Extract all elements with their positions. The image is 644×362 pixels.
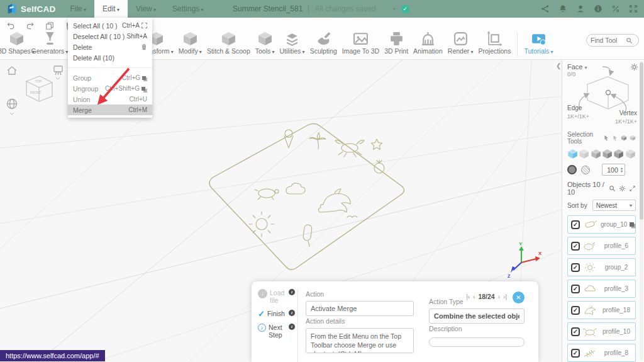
camera-view-icon (54, 66, 62, 75)
tool-render[interactable]: Render (445, 31, 476, 55)
menu-item-group[interactable]: Group Ctrl+G (68, 72, 152, 83)
info-icon[interactable]: i (289, 289, 295, 295)
checkbox-checked[interactable]: ✓ (571, 349, 580, 358)
checkbox-checked[interactable]: ✓ (571, 327, 580, 336)
checkbox-checked[interactable]: ✓ (571, 242, 580, 251)
lasso-select-icon[interactable] (603, 135, 609, 141)
prev-page-icon[interactable]: ‹ (473, 293, 475, 300)
menu-view[interactable]: View (128, 0, 164, 18)
list-item-profile-3[interactable]: ✓ profile_3 (567, 280, 636, 298)
menu-item-delete-all[interactable]: Delete All (10) (68, 52, 152, 63)
list-item-profile-10[interactable]: ✓ profile_10 (567, 322, 636, 341)
edge-label[interactable]: Edge (567, 105, 582, 111)
menu-item-deselect-all[interactable]: Deselect All ( 10 ) Shift+A (68, 31, 152, 42)
checkbox-checked[interactable]: ✓ (571, 285, 580, 293)
settings-gear-icon[interactable] (619, 185, 626, 192)
fullscreen-icon[interactable] (629, 4, 638, 13)
step-next[interactable]: › Next Step i (258, 324, 295, 339)
hatched-circle-icon[interactable] (581, 166, 590, 174)
info-icon[interactable]: i (289, 324, 295, 330)
action-details-label: Action details (306, 317, 414, 325)
axis-gizmo: Y X Z (505, 241, 543, 279)
list-item-profile-18[interactable]: ✓ profile_18 (567, 301, 636, 319)
last-page-icon[interactable]: ›| (503, 293, 507, 300)
tool-sculpting[interactable]: Sculpting (308, 31, 340, 55)
menu-item-union[interactable]: Union Ctrl+U (68, 94, 152, 105)
status-url-tooltip: https://www.selfcad.com/app/# (0, 350, 105, 361)
menu-file[interactable]: File (62, 0, 94, 18)
info-icon[interactable]: i (289, 310, 295, 316)
list-item-profile-6[interactable]: ✓ profile_6 (567, 237, 636, 255)
select-object-mode-icon[interactable] (567, 148, 578, 160)
select-plane-mode-icon[interactable] (625, 148, 636, 160)
find-tool-search[interactable] (586, 34, 639, 47)
opacity-stepper[interactable]: ▴▾ (602, 164, 625, 176)
close-icon[interactable]: ✕ (513, 291, 525, 303)
select-dense-mode-icon[interactable] (591, 148, 601, 160)
percent-snap-icon[interactable] (611, 4, 620, 13)
action-details-textarea[interactable]: From the Edit Menu on the Top Toolbar ch… (306, 328, 414, 353)
share-icon[interactable] (541, 4, 550, 13)
step-load-file[interactable]: Load file i (258, 289, 295, 304)
copy-icon[interactable] (45, 21, 54, 30)
menu-item-merge[interactable]: Merge Ctrl+M (68, 105, 152, 115)
first-page-icon[interactable]: |‹ (466, 293, 470, 300)
document-title: Summer Stencil_581 (233, 4, 303, 13)
group-icon (142, 76, 146, 80)
account-user-icon[interactable] (576, 4, 585, 13)
action-value-input[interactable] (306, 301, 414, 316)
menu-item-select-all[interactable]: Select All ( 10 ) Ctrl+A (68, 20, 152, 31)
panel-scrollbar[interactable] (640, 61, 643, 361)
pointer-select-icon[interactable] (612, 135, 618, 141)
menu-item-ungroup[interactable]: Ungroup Ctrl+Shift+G (68, 83, 152, 94)
tool-animation[interactable]: Animation (411, 31, 445, 55)
tool-3d-print[interactable]: 3D Print (382, 31, 411, 55)
select-half-mode-icon[interactable] (613, 148, 624, 160)
list-item-profile-8[interactable]: ✓ profile_8 (567, 344, 636, 362)
chevron-down-icon[interactable]: ▾ (393, 6, 396, 12)
select-mesh-mode-icon[interactable] (579, 148, 589, 160)
info-icon[interactable] (594, 4, 602, 13)
list-item-group-10[interactable]: ✓ group_10 (567, 215, 636, 234)
solid-circle-icon[interactable] (567, 165, 577, 174)
tool-stitch-scoop[interactable]: Stitch & Scoop (204, 31, 253, 55)
sort-select[interactable]: Newest ▾ (592, 200, 636, 211)
checkbox-checked[interactable]: ✓ (571, 306, 580, 315)
tool-3d-shapes[interactable]: 3D Shapes (0, 31, 33, 55)
menu-edit[interactable]: Edit (94, 0, 128, 18)
tool-projections[interactable]: Projections (476, 31, 514, 55)
selfcad-logo[interactable]: SelfCAD (6, 0, 55, 18)
vertex-label[interactable]: Vertex (619, 110, 637, 116)
next-page-icon[interactable]: › (498, 293, 500, 300)
scrollbar-thumb[interactable] (640, 62, 643, 220)
cube-select-icon[interactable] (621, 135, 627, 141)
cube-icon (221, 31, 236, 47)
checkbox-checked[interactable]: ✓ (571, 263, 580, 272)
redo-icon[interactable] (26, 21, 35, 30)
notifications-bell-icon[interactable] (558, 4, 567, 13)
checkbox-checked[interactable]: ✓ (571, 220, 580, 229)
list-item-group-2[interactable]: ✓ group_2 (567, 258, 636, 276)
action-type-input[interactable] (429, 308, 525, 324)
tool-tools[interactable]: Tools (253, 31, 277, 55)
tool-image-to-3d[interactable]: Image To 3D (340, 31, 382, 55)
expand-icon[interactable] (629, 185, 636, 192)
cube-region-select-icon[interactable] (630, 135, 636, 141)
find-tool-input[interactable] (591, 37, 623, 44)
select-sphere-mode-icon[interactable] (602, 148, 613, 160)
carousel-icon (420, 31, 436, 47)
tool-tutorials[interactable]: Tutorials (521, 31, 555, 55)
tool-utilities[interactable]: Utilities (277, 31, 308, 55)
step-finish[interactable]: ✓ Finish i (258, 310, 295, 318)
tool-modify[interactable]: Modify (176, 31, 204, 55)
description-input[interactable] (429, 337, 525, 347)
tool-generators[interactable]: Generators (33, 31, 67, 55)
menu-item-delete[interactable]: Delete (68, 42, 152, 52)
undo-icon[interactable] (6, 21, 15, 30)
panel-collapse-icon[interactable]: ❮ (556, 62, 561, 69)
menu-settings[interactable]: Settings (164, 0, 212, 18)
stepper-arrows-icon[interactable]: ▴▾ (621, 167, 623, 173)
layers-icon (284, 31, 300, 47)
opacity-input[interactable] (604, 166, 621, 174)
search-icon[interactable] (609, 185, 616, 192)
